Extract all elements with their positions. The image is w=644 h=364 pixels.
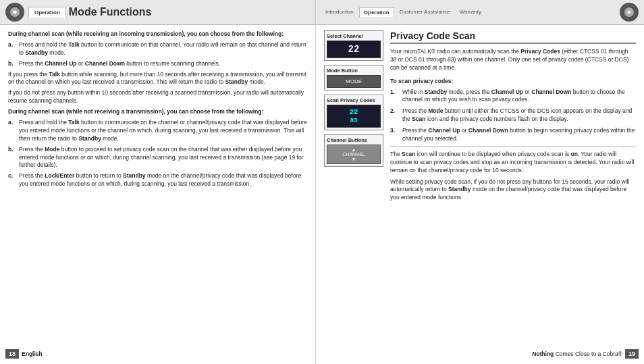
right-header: Introduction Operation Customer Assistan… bbox=[316, 0, 644, 25]
list-text-b1: Press the Channel Up or Channel Down but… bbox=[19, 60, 220, 68]
list-item-2a: a. Press and hold the Talk button to com… bbox=[8, 119, 307, 143]
list-label-a2: a. bbox=[8, 119, 19, 143]
diagram-select-channel-label: Select Channel bbox=[327, 33, 381, 39]
step-2: 2. Press the Mode button until either th… bbox=[390, 107, 636, 124]
diagram-mode-button: Mode Button MODE bbox=[324, 65, 383, 90]
list-item-2c: c. Press the Lock/Enter button to return… bbox=[8, 172, 307, 188]
step-1: 1. While in Standby mode, press the Chan… bbox=[390, 88, 636, 105]
left-page-title: Mode Functions bbox=[69, 6, 152, 18]
diagram-channel-buttons-label: Channel Buttons bbox=[327, 137, 381, 143]
divider bbox=[390, 147, 636, 147]
right-panel: Introduction Operation Customer Assistan… bbox=[316, 0, 644, 364]
list-label-b1: b. bbox=[8, 60, 19, 68]
step-3: 3. Press the Channel Up or Channel Down … bbox=[390, 127, 636, 143]
diagram-mode-display: MODE bbox=[327, 75, 381, 88]
step-1-text: While in Standby mode, press the Channel… bbox=[402, 88, 636, 105]
left-tab-operation[interactable]: Operation bbox=[28, 7, 66, 18]
left-page-number: 18 bbox=[5, 349, 19, 359]
right-footer-text: Nothing Comes Close to a Cobra® bbox=[532, 350, 622, 357]
step-2-text: Press the Mode button until either the C… bbox=[402, 107, 636, 124]
right-main-content: Privacy Code Scan Your microTALK® radio … bbox=[390, 30, 636, 205]
scan-steps: To scan privacy codes: 1. While in Stand… bbox=[390, 78, 636, 203]
diagram-channel-display: ▲ CHANNEL ▼ bbox=[327, 145, 381, 164]
steps-title: To scan privacy codes: bbox=[390, 78, 636, 86]
left-footer-lang: English bbox=[22, 350, 43, 357]
tab-operation[interactable]: Operation bbox=[359, 7, 394, 17]
diagram-channel-buttons: Channel Buttons ▲ CHANNEL ▼ bbox=[324, 134, 383, 167]
diagram-scan-privacy-label: Scan Privacy Codes bbox=[327, 97, 381, 103]
right-logo bbox=[620, 3, 639, 22]
diagram-mode-button-label: Mode Button bbox=[327, 68, 381, 74]
left-header: Operation Mode Functions bbox=[0, 0, 315, 25]
step-3-num: 3. bbox=[390, 127, 400, 143]
list-item-1b: b. Press the Channel Up or Channel Down … bbox=[8, 60, 307, 68]
tab-customer-assistance[interactable]: Customer Assistance bbox=[396, 7, 454, 17]
list-text-a2: Press and hold the Talk button to commun… bbox=[19, 119, 307, 143]
list-text-a1: Press and hold the Talk button to commun… bbox=[19, 41, 307, 57]
list-item-1a: a. Press and hold the Talk button to com… bbox=[8, 41, 307, 57]
privacy-intro: Your microTALK® radio can automatically … bbox=[390, 48, 636, 72]
step-3-text: Press the Channel Up or Channel Down but… bbox=[402, 127, 636, 143]
left-footer: 18 English bbox=[5, 349, 43, 359]
list-text-b2: Press the Mode button to proceed to set … bbox=[19, 146, 307, 170]
diagram-select-channel: Select Channel 22 bbox=[324, 30, 383, 61]
section2-heading: During channel scan (while not receiving… bbox=[8, 108, 307, 116]
step-1-num: 1. bbox=[390, 88, 400, 105]
list-label-a1: a. bbox=[8, 41, 19, 57]
tab-introduction[interactable]: Introduction bbox=[321, 7, 358, 17]
right-page-number: 19 bbox=[625, 349, 639, 359]
list-label-b2: b. bbox=[8, 146, 19, 170]
right-sidebar: Select Channel 22 Mode Button MODE Scan … bbox=[324, 30, 383, 205]
list-item-2b: b. Press the Mode button to proceed to s… bbox=[8, 146, 307, 170]
right-footer: Nothing Comes Close to a Cobra® 19 bbox=[532, 349, 639, 359]
section-title: Privacy Code Scan bbox=[390, 30, 636, 44]
header-tabs: Introduction Operation Customer Assistan… bbox=[321, 7, 485, 17]
note-2: While setting privacy code scan, if you … bbox=[390, 178, 636, 203]
section1-note2: If you do not press any button within 10… bbox=[8, 89, 307, 105]
right-content: Select Channel 22 Mode Button MODE Scan … bbox=[316, 25, 644, 211]
left-logo bbox=[5, 3, 24, 22]
tab-warranty[interactable]: Warranty bbox=[456, 7, 485, 17]
diagram-select-channel-display: 22 bbox=[327, 41, 381, 58]
step-2-num: 2. bbox=[390, 107, 400, 124]
left-panel: Operation Mode Functions During channel … bbox=[0, 0, 316, 364]
diagram-scan-display: 22 83 bbox=[327, 105, 381, 128]
note-1: The Scan icon will continue to be displa… bbox=[390, 151, 636, 175]
list-text-c2: Press the Lock/Enter button to return to… bbox=[19, 172, 307, 188]
section1-heading: During channel scan (while receiving an … bbox=[8, 30, 307, 38]
list-label-c2: c. bbox=[8, 172, 19, 188]
section1-note1: If you press the Talk button while scann… bbox=[8, 71, 307, 87]
left-content: During channel scan (while receiving an … bbox=[0, 25, 315, 197]
diagram-scan-privacy: Scan Privacy Codes 22 83 bbox=[324, 95, 383, 130]
